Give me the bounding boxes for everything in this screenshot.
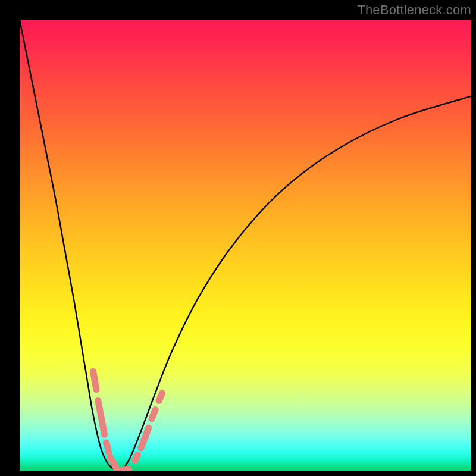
data-segment-3	[110, 457, 116, 468]
watermark-text: TheBottleneck.com	[357, 2, 471, 18]
data-segment-7	[152, 410, 155, 419]
curve-layer	[20, 20, 471, 471]
data-segment-6	[141, 428, 149, 448]
data-segment-5	[135, 455, 138, 460]
data-segment-0	[93, 371, 96, 389]
curve-left-branch	[20, 20, 119, 471]
data-segment-4	[121, 469, 129, 471]
data-segment-8	[159, 393, 162, 401]
curve-right-branch	[119, 96, 471, 471]
chart-frame: TheBottleneck.com	[0, 0, 476, 476]
plot-area	[20, 20, 471, 471]
data-segment-2	[107, 443, 109, 453]
data-segment-1	[98, 401, 105, 435]
